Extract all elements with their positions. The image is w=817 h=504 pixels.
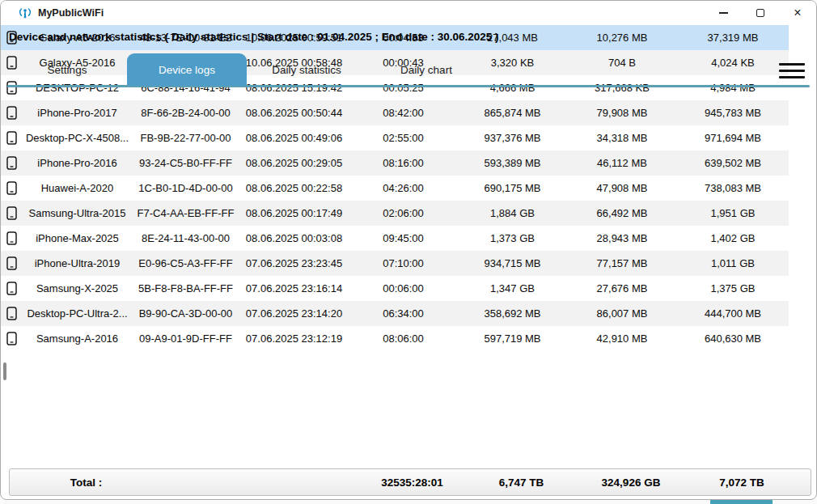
device-name-cell: Huawei-A-2020: [23, 176, 132, 201]
device-log-row[interactable]: Desktop-PC-Ultra-2...B9-90-CA-3D-00-0007…: [1, 301, 789, 326]
duration-cell: 02:55:00: [349, 125, 458, 150]
window-controls: ×: [705, 1, 816, 25]
device-log-row[interactable]: Desktop-PC-X-4508...FB-9B-22-77-00-0008.…: [1, 125, 789, 150]
minimize-icon: [719, 12, 728, 14]
connection-time-cell: 08.06.2025 00:17:49: [239, 201, 349, 226]
upload-cell: 27,676 MB: [567, 276, 677, 301]
device-icon-cell: [1, 326, 23, 351]
maximize-button[interactable]: [742, 1, 779, 25]
smartphone-icon: [6, 282, 17, 295]
close-icon: ×: [794, 6, 801, 20]
mypublicwifi-window: MyPublicWiFi × Device and network statis…: [0, 0, 817, 500]
mac-cell: FB-9B-22-77-00-00: [132, 125, 239, 150]
total-duration: 32535:28:01: [358, 476, 467, 489]
mac-cell: 8E-24-11-43-00-00: [132, 226, 239, 251]
duration-cell: 08:06:00: [349, 326, 458, 351]
connection-time-cell: 07.06.2025 23:23:45: [239, 251, 349, 276]
traffic-cell: 738,083 MB: [677, 176, 789, 201]
duration-cell: 08:42:00: [349, 100, 458, 125]
connection-time-cell: 08.06.2025 00:03:08: [239, 226, 349, 251]
download-cell: 1,373 GB: [458, 226, 567, 251]
tab-daily-statistics[interactable]: Daily statistics: [247, 53, 366, 86]
hamburger-menu-icon[interactable]: [779, 61, 805, 79]
device-name-cell: iPhone-Ultra-2019: [23, 251, 132, 276]
traffic-cell: 444,700 MB: [677, 301, 789, 326]
upload-cell: 42,910 MB: [567, 326, 677, 351]
mac-cell: F7-C4-AA-EB-FF-FF: [132, 201, 239, 226]
device-name-cell: Samsung-X-2025: [23, 276, 132, 301]
device-icon-cell: [1, 251, 23, 276]
device-log-row[interactable]: Samsung-A-201609-A9-01-9D-FF-FF07.06.202…: [1, 326, 789, 351]
device-log-row[interactable]: Samsung-Ultra-2015F7-C4-AA-EB-FF-FF08.06…: [1, 201, 789, 226]
upload-cell: 66,492 MB: [567, 201, 677, 226]
smartphone-icon: [6, 131, 17, 145]
download-cell: 1,884 GB: [458, 201, 567, 226]
device-name-cell: iPhone-Pro-2016: [23, 150, 132, 176]
wifi-antenna-icon: [18, 6, 32, 20]
mac-cell: E0-96-C5-A3-FF-FF: [132, 251, 239, 276]
connection-time-cell: 07.06.2025 23:12:19: [239, 326, 349, 351]
device-icon-cell: [1, 176, 23, 201]
upload-cell: 79,908 MB: [567, 100, 677, 125]
device-name-cell: iPhone-Pro-2017: [23, 100, 132, 125]
download-cell: 1,347 GB: [458, 276, 567, 301]
screen: MyPublicWiFi × Device and network statis…: [0, 0, 817, 504]
upload-cell: 47,908 MB: [567, 176, 677, 201]
device-icon-cell: [1, 276, 23, 301]
device-name-cell: Samsung-Ultra-2015: [23, 201, 132, 226]
minimize-button[interactable]: [705, 1, 742, 25]
duration-cell: 07:10:00: [349, 251, 458, 276]
device-name-cell: iPhone-Max-2025: [23, 226, 132, 251]
device-icon-cell: [1, 226, 23, 251]
device-log-row[interactable]: iPhone-Pro-201693-24-C5-B0-FF-FF08.06.20…: [1, 150, 789, 176]
duration-cell: 04:26:00: [349, 176, 458, 201]
upload-cell: 86,007 MB: [567, 301, 677, 326]
traffic-cell: 1,402 GB: [677, 226, 789, 251]
device-log-row[interactable]: Samsung-X-20255B-F8-F8-BA-FF-FF07.06.202…: [1, 276, 789, 301]
device-log-row[interactable]: iPhone-Max-20258E-24-11-43-00-0008.06.20…: [1, 226, 789, 251]
device-log-row[interactable]: iPhone-Pro-20178F-66-2B-24-00-0008.06.20…: [1, 100, 789, 125]
tab-daily-chart[interactable]: Daily chart: [366, 53, 486, 86]
device-icon-cell: [1, 201, 23, 226]
device-log-row[interactable]: Huawei-A-20201C-B0-1D-4D-00-0008.06.2025…: [1, 176, 789, 201]
menu-bar: [779, 63, 805, 66]
mac-cell: 8F-66-2B-24-00-00: [132, 100, 239, 125]
menu-bar: [779, 76, 805, 78]
smartphone-icon: [6, 256, 17, 270]
device-icon-cell: [1, 100, 23, 125]
traffic-cell: 1,375 GB: [677, 276, 789, 301]
download-cell: 690,175 MB: [458, 176, 567, 201]
total-traffic: 7,072 TB: [686, 476, 798, 489]
smartphone-icon: [6, 231, 17, 245]
close-button[interactable]: ×: [779, 1, 816, 25]
device-name-cell: Desktop-PC-X-4508...: [23, 125, 132, 150]
tab-device-logs[interactable]: Device logs: [127, 53, 247, 86]
total-download: 6,747 TB: [467, 476, 576, 489]
duration-cell: 06:34:00: [349, 301, 458, 326]
connection-time-cell: 08.06.2025 00:49:06: [239, 125, 349, 150]
total-upload: 324,926 GB: [576, 476, 686, 489]
connection-time-cell: 07.06.2025 23:14:20: [239, 301, 349, 326]
total-bar: Total : 32535:28:01 6,747 TB 324,926 GB …: [9, 468, 811, 496]
traffic-cell: 971,694 MB: [677, 125, 789, 150]
connection-time-cell: 08.06.2025 00:50:44: [239, 100, 349, 125]
total-label: Total :: [32, 476, 141, 489]
tab-settings[interactable]: Settings: [7, 53, 127, 86]
duration-cell: 09:45:00: [349, 226, 458, 251]
device-log-row[interactable]: iPhone-Ultra-2019E0-96-C5-A3-FF-FF07.06.…: [1, 251, 789, 276]
connection-time-cell: 08.06.2025 00:22:58: [239, 176, 349, 201]
smartphone-icon: [6, 307, 17, 320]
download-cell: 937,376 MB: [458, 125, 567, 150]
device-name-cell: Desktop-PC-Ultra-2...: [23, 301, 132, 326]
device-icon-cell: [1, 125, 23, 150]
maximize-icon: [756, 9, 764, 17]
mac-cell: 1C-B0-1D-4D-00-00: [132, 176, 239, 201]
statistics-summary: Device and network statistics ( Daily st…: [9, 31, 808, 47]
connection-time-cell: 08.06.2025 00:29:05: [239, 150, 349, 176]
device-icon-cell: [1, 301, 23, 326]
connection-time-cell: 07.06.2025 23:16:14: [239, 276, 349, 301]
upload-cell: 77,157 MB: [567, 251, 677, 276]
upload-cell: 46,112 MB: [567, 150, 677, 176]
scrollbar-thumb[interactable]: [3, 362, 6, 380]
smartphone-icon: [6, 106, 17, 120]
